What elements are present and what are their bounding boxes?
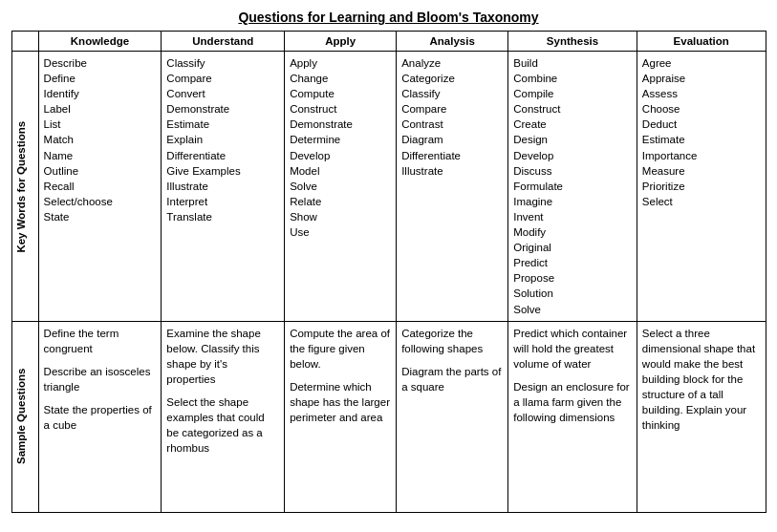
main-container: Questions for Learning and Bloom's Taxon… bbox=[11, 10, 766, 513]
sample-analysis-content: Categorize the following shapes Diagram … bbox=[401, 326, 503, 394]
sample-knowledge-cell: Define the term congruent Describe an is… bbox=[38, 321, 162, 512]
header-apply: Apply bbox=[285, 32, 397, 52]
sample-questions-row: Sample Questions Define the term congrue… bbox=[11, 321, 766, 512]
keywords-analysis-cell: AnalyzeCategorizeClassifyCompareContrast… bbox=[397, 52, 508, 322]
keywords-understand-cell: ClassifyCompareConvertDemonstrateEstimat… bbox=[162, 52, 285, 322]
sample-synthesis-p1: Predict which container will hold the gr… bbox=[513, 326, 632, 372]
keywords-knowledge-content: DescribeDefineIdentifyLabelListMatchName… bbox=[44, 55, 157, 224]
sample-synthesis-p2: Design an enclosure for a llama farm giv… bbox=[513, 379, 632, 425]
sample-analysis-cell: Categorize the following shapes Diagram … bbox=[397, 321, 508, 512]
keywords-apply-content: ApplyChangeComputeConstructDemonstrateDe… bbox=[290, 55, 391, 240]
sample-apply-p2: Determine which shape has the larger per… bbox=[290, 379, 391, 425]
header-blank bbox=[11, 32, 38, 52]
header-synthesis: Synthesis bbox=[508, 32, 637, 52]
sample-understand-p2: Select the shape examples that could be … bbox=[166, 394, 279, 456]
bloom-taxonomy-table: Knowledge Understand Apply Analysis Synt… bbox=[11, 31, 766, 513]
sample-apply-cell: Compute the area of the figure given bel… bbox=[285, 321, 397, 512]
sample-understand-cell: Examine the shape below. Classify this s… bbox=[162, 321, 285, 512]
keywords-apply-cell: ApplyChangeComputeConstructDemonstrateDe… bbox=[285, 52, 397, 322]
sample-understand-p1: Examine the shape below. Classify this s… bbox=[166, 326, 279, 387]
sample-evaluation-cell: Select a three dimensional shape that wo… bbox=[637, 321, 766, 512]
header-knowledge: Knowledge bbox=[38, 32, 162, 52]
header-analysis: Analysis bbox=[397, 32, 508, 52]
page-title: Questions for Learning and Bloom's Taxon… bbox=[11, 10, 766, 25]
sample-evaluation-p1: Select a three dimensional shape that wo… bbox=[642, 326, 761, 434]
keywords-synthesis-content: BuildCombineCompileConstructCreateDesign… bbox=[513, 55, 632, 317]
sample-evaluation-content: Select a three dimensional shape that wo… bbox=[642, 326, 761, 434]
sample-knowledge-p2: Describe an isosceles triangle bbox=[44, 364, 157, 394]
sample-understand-content: Examine the shape below. Classify this s… bbox=[166, 326, 279, 457]
sample-apply-p1: Compute the area of the figure given bel… bbox=[290, 326, 391, 372]
sample-synthesis-content: Predict which container will hold the gr… bbox=[513, 326, 632, 426]
sample-analysis-p2: Diagram the parts of a square bbox=[401, 364, 503, 394]
sample-synthesis-cell: Predict which container will hold the gr… bbox=[508, 321, 637, 512]
keywords-synthesis-cell: BuildCombineCompileConstructCreateDesign… bbox=[508, 52, 637, 322]
sample-questions-row-header: Sample Questions bbox=[11, 321, 38, 512]
sample-knowledge-p3: State the properties of a cube bbox=[44, 402, 157, 433]
keywords-row-header: Key Words for Questions bbox=[11, 52, 38, 322]
keywords-understand-content: ClassifyCompareConvertDemonstrateEstimat… bbox=[166, 55, 279, 224]
keywords-evaluation-cell: AgreeAppraiseAssessChooseDeductEstimateI… bbox=[637, 52, 766, 322]
keywords-evaluation-content: AgreeAppraiseAssessChooseDeductEstimateI… bbox=[642, 55, 761, 209]
sample-knowledge-p1: Define the term congruent bbox=[44, 326, 157, 356]
keywords-analysis-content: AnalyzeCategorizeClassifyCompareContrast… bbox=[401, 55, 503, 179]
sample-knowledge-content: Define the term congruent Describe an is… bbox=[44, 326, 157, 434]
keywords-row: Key Words for Questions DescribeDefineId… bbox=[11, 52, 766, 322]
sample-analysis-p1: Categorize the following shapes bbox=[401, 326, 503, 356]
header-evaluation: Evaluation bbox=[637, 32, 766, 52]
sample-apply-content: Compute the area of the figure given bel… bbox=[290, 326, 391, 426]
header-understand: Understand bbox=[162, 32, 285, 52]
keywords-knowledge-cell: DescribeDefineIdentifyLabelListMatchName… bbox=[38, 52, 162, 322]
